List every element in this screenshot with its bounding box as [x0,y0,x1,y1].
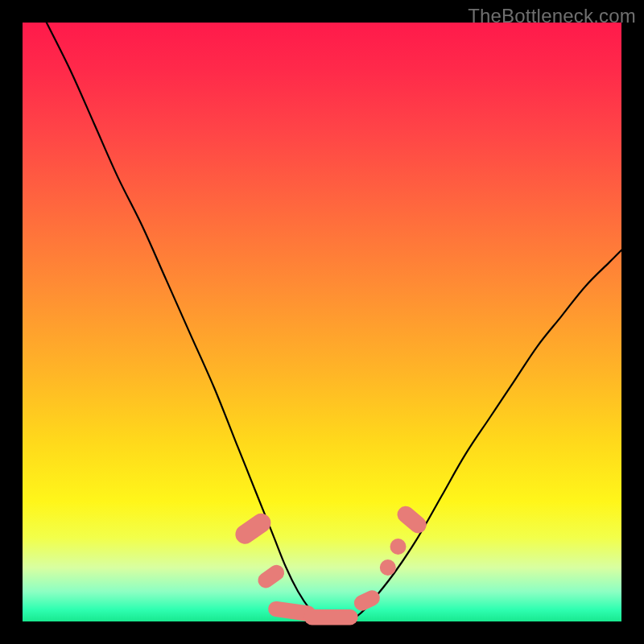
curve-marker-pill [352,588,383,613]
chart-frame: TheBottleneck.com [0,0,644,644]
plot-area [23,23,621,621]
curve-marker-dot [390,539,407,555]
bottleneck-curve [47,23,621,622]
curve-marker-dot [380,559,396,576]
curve-marker-pill [304,609,358,625]
curve-marker-pill [394,502,430,536]
curve-layer [23,23,621,621]
curve-marker-pill [232,510,275,547]
curve-marker-pill [255,562,287,591]
watermark-text: TheBottleneck.com [468,5,636,27]
